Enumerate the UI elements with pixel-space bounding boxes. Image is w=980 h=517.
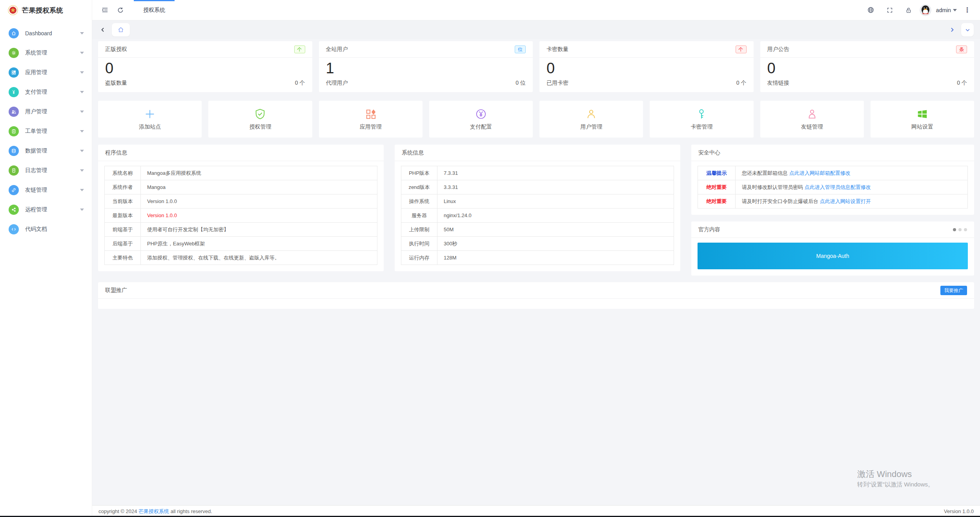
stat-value: 0 [546,59,747,77]
panel-program-info: 程序信息 系统名称Mangoa多应用授权系统 系统作者Mangoa 当前版本Ve… [98,145,384,271]
table-row: 当前版本Version 1.0.0 [105,194,377,209]
right-column: 安全中心 温馨提示 您还未配置邮箱信息 点此进入网站邮箱配置修改 绝对重要 [691,145,974,276]
sidebar-item-logs[interactable]: 日志管理 [0,161,92,180]
footer: copyright © 2024 芒果授权系统 all rights reser… [92,505,980,517]
carousel-dot-3[interactable] [964,228,967,231]
table-row: 后端基于PHP原生，EasyWeb框架 [105,237,377,251]
windows-icon [916,108,928,120]
table-row: PHP版本7.3.31 [401,166,674,180]
logo: 芒果授权系统 [0,0,92,20]
panel-promo: 联盟推广 我要推广 [98,282,974,309]
chevron-down-icon [965,27,970,33]
sidebar-item-links[interactable]: 友链管理 [0,180,92,200]
action-add-site[interactable]: 添加站点 [98,101,202,138]
table-row: 前端基于使用者可自行开发定制【均无加密】 [105,223,377,237]
fullscreen-icon[interactable] [882,0,898,20]
carousel-dots [953,228,967,231]
fold-sidebar-icon[interactable] [97,0,113,20]
app-grid-icon [365,108,377,120]
tabs-dropdown[interactable] [961,23,974,36]
stat-card-site-users: 全站用户 位 1 代理用户 0 位 [319,41,533,92]
unit-badge: 个 [294,45,305,53]
sidebar-item-payment[interactable]: 支付管理 [0,82,92,102]
globe-icon[interactable] [863,0,879,20]
sidebar-item-dashboard[interactable]: Dashboard [0,24,92,43]
security-table: 温馨提示 您还未配置邮箱信息 点此进入网站邮箱配置修改 绝对重要 请及时修改默认… [698,166,968,209]
share-icon [9,205,19,215]
action-payment-config[interactable]: 支付配置 [429,101,533,138]
official-banner[interactable]: Mangoa-Auth [698,243,968,269]
unit-badge: 位 [515,45,526,53]
kebab-menu-icon[interactable]: ⋮ [962,6,973,14]
promote-button[interactable]: 我要推广 [940,286,967,295]
sidebar-item-docs[interactable]: 代码文档 [0,219,92,239]
chevron-down-icon [80,52,84,54]
stat-card-announcements: 用户公告 条 0 友情链接 0 个 [760,41,975,92]
table-row: 最新版本Version 1.0.0 [105,209,377,223]
tabs-scroll-right-icon[interactable] [947,23,957,36]
table-row: 操作系统Linux [401,194,674,209]
table-row: 绝对重要 请及时打开安全口令防止爆破后台 点此进入网站设置打开 [698,194,968,209]
admin-config-link[interactable]: 点此进入管理员信息配置修改 [805,184,871,190]
lock-icon[interactable] [901,0,916,20]
main-area: 授权系统 admin ⋮ [92,0,980,517]
emblem-icon [8,5,18,15]
user-menu[interactable]: admin [934,7,958,13]
action-user-manage[interactable]: 用户管理 [539,101,643,138]
security-tag: 绝对重要 [698,194,736,209]
sidebar: 芒果授权系统 Dashboard 系统管理 应 [0,0,92,517]
table-row: 主要特色添加授权、管理授权、在线下载、在线更新、盗版入库等。 [105,251,377,265]
mail-config-link[interactable]: 点此进入网站邮箱配置修改 [789,170,851,176]
sidebar-menu: Dashboard 系统管理 应用管理 [0,20,92,239]
topbar-tab-auth-system[interactable]: 授权系统 [134,0,175,20]
action-key-manage[interactable]: 卡密管理 [650,101,753,138]
security-tag: 温馨提示 [698,166,736,180]
yen-circle-icon [475,108,487,120]
clipboard-icon [9,126,19,136]
refresh-icon[interactable] [113,0,128,20]
table-row: 上传限制50M [401,223,674,237]
person-icon [585,108,597,120]
app-window: 芒果授权系统 Dashboard 系统管理 应 [0,0,980,517]
chevron-down-icon [953,9,957,11]
unit-badge: 条 [956,45,967,53]
action-links-manage[interactable]: 友链管理 [760,101,864,138]
carousel-dot-1[interactable] [953,228,956,231]
chevron-down-icon [80,150,84,152]
action-auth-manage[interactable]: 授权管理 [208,101,312,138]
sidebar-item-remote[interactable]: 远程管理 [0,200,92,219]
sidebar-item-tickets[interactable]: 工单管理 [0,122,92,141]
link-icon [9,185,19,195]
action-site-settings[interactable]: 网站设置 [871,101,974,138]
yen-icon [9,87,19,97]
table-row: 服务器nginx/1.24.0 [401,209,674,223]
sidebar-item-system[interactable]: 系统管理 [0,43,92,63]
panel-official-content: 官方内容 Mangoa-Auth [691,221,974,276]
stat-value: 0 [767,59,967,77]
copyright: copyright © 2024 芒果授权系统 all rights reser… [98,508,212,515]
sidebar-item-users[interactable]: 用户管理 [0,102,92,122]
site-settings-link[interactable]: 点此进入网站设置打开 [820,198,871,204]
chevron-down-icon [80,189,84,191]
table-row: 运行内存128M [401,251,674,265]
chevron-down-icon [80,169,84,172]
table-row: zend版本3.3.31 [401,180,674,194]
chevron-down-icon [80,71,84,74]
sidebar-item-data[interactable]: 数据管理 [0,141,92,161]
tabs-scroll-left-icon[interactable] [98,23,108,36]
footer-version: Version 1.0.0 [944,508,974,514]
chevron-down-icon [80,32,84,34]
action-app-manage[interactable]: 应用管理 [319,101,423,138]
avatar[interactable] [920,4,931,16]
username: admin [936,7,951,13]
tab-home[interactable] [112,23,130,36]
gear-icon [9,48,19,58]
database-icon [9,146,19,156]
shield-check-icon [254,108,266,120]
chevron-down-icon [80,130,84,132]
carousel-dot-2[interactable] [958,228,962,231]
code-icon [9,224,19,234]
system-info-table: PHP版本7.3.31 zend版本3.3.31 操作系统Linux 服务器ng… [401,166,674,265]
sidebar-item-apps[interactable]: 应用管理 [0,63,92,82]
footer-brand-link[interactable]: 芒果授权系统 [138,508,169,514]
